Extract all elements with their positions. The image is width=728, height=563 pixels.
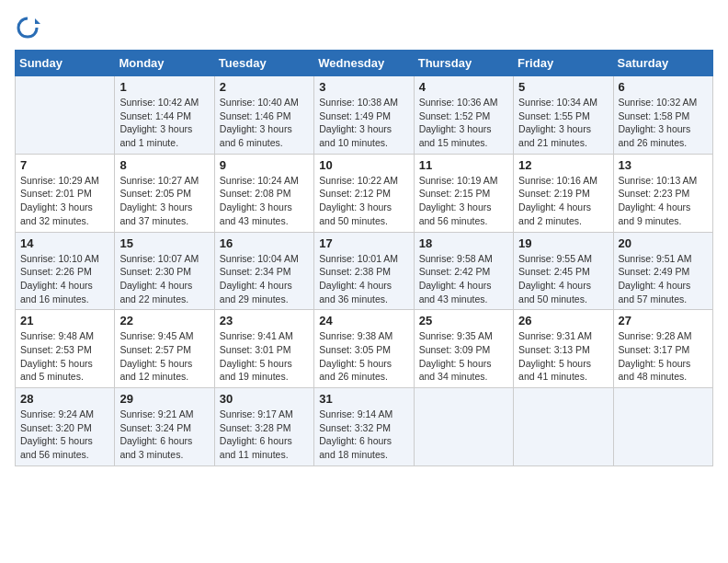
calendar-cell: 13Sunrise: 10:13 AM Sunset: 2:23 PM Dayl… bbox=[613, 154, 712, 232]
calendar-cell: 20Sunrise: 9:51 AM Sunset: 2:49 PM Dayli… bbox=[613, 232, 712, 310]
calendar-cell: 6Sunrise: 10:32 AM Sunset: 1:58 PM Dayli… bbox=[613, 76, 712, 155]
col-header-friday: Friday bbox=[514, 51, 613, 76]
calendar-cell: 30Sunrise: 9:17 AM Sunset: 3:28 PM Dayli… bbox=[214, 388, 313, 466]
calendar-cell: 5Sunrise: 10:34 AM Sunset: 1:55 PM Dayli… bbox=[514, 76, 613, 155]
day-info: Sunrise: 9:41 AM Sunset: 3:01 PM Dayligh… bbox=[220, 329, 309, 384]
calendar-cell: 25Sunrise: 9:35 AM Sunset: 3:09 PM Dayli… bbox=[414, 310, 513, 388]
day-info: Sunrise: 10:32 AM Sunset: 1:58 PM Daylig… bbox=[619, 96, 708, 150]
calendar-week-4: 21Sunrise: 9:48 AM Sunset: 2:53 PM Dayli… bbox=[16, 310, 713, 388]
calendar-cell: 17Sunrise: 10:01 AM Sunset: 2:38 PM Dayl… bbox=[314, 232, 414, 310]
day-number: 30 bbox=[220, 392, 309, 406]
day-number: 21 bbox=[20, 314, 109, 327]
calendar-cell bbox=[613, 388, 712, 466]
calendar-cell: 1Sunrise: 10:42 AM Sunset: 1:44 PM Dayli… bbox=[115, 76, 214, 155]
calendar-cell: 12Sunrise: 10:16 AM Sunset: 2:19 PM Dayl… bbox=[514, 154, 613, 232]
calendar-cell: 3Sunrise: 10:38 AM Sunset: 1:49 PM Dayli… bbox=[314, 76, 414, 155]
day-number: 29 bbox=[119, 392, 209, 406]
day-info: Sunrise: 9:21 AM Sunset: 3:24 PM Dayligh… bbox=[119, 408, 209, 462]
day-info: Sunrise: 9:31 AM Sunset: 3:13 PM Dayligh… bbox=[518, 329, 608, 384]
calendar-cell: 29Sunrise: 9:21 AM Sunset: 3:24 PM Dayli… bbox=[115, 388, 214, 466]
col-header-wednesday: Wednesday bbox=[314, 51, 414, 76]
day-number: 31 bbox=[319, 392, 408, 406]
day-number: 4 bbox=[419, 80, 508, 94]
logo bbox=[15, 15, 44, 40]
calendar-cell: 27Sunrise: 9:28 AM Sunset: 3:17 PM Dayli… bbox=[613, 310, 712, 388]
day-info: Sunrise: 10:16 AM Sunset: 2:19 PM Daylig… bbox=[518, 174, 608, 228]
day-number: 6 bbox=[619, 80, 708, 94]
day-number: 24 bbox=[319, 314, 408, 327]
day-number: 16 bbox=[220, 236, 309, 250]
day-number: 23 bbox=[220, 314, 309, 327]
day-info: Sunrise: 10:01 AM Sunset: 2:38 PM Daylig… bbox=[319, 252, 408, 306]
day-number: 9 bbox=[220, 158, 309, 172]
calendar-cell bbox=[514, 388, 613, 466]
calendar-cell: 11Sunrise: 10:19 AM Sunset: 2:15 PM Dayl… bbox=[414, 154, 513, 232]
day-info: Sunrise: 10:19 AM Sunset: 2:15 PM Daylig… bbox=[419, 174, 508, 228]
day-number: 3 bbox=[319, 80, 408, 94]
day-number: 17 bbox=[319, 236, 408, 250]
calendar-week-3: 14Sunrise: 10:10 AM Sunset: 2:26 PM Dayl… bbox=[16, 232, 713, 310]
day-info: Sunrise: 9:55 AM Sunset: 2:45 PM Dayligh… bbox=[518, 252, 608, 306]
day-number: 14 bbox=[20, 236, 109, 250]
calendar-cell: 23Sunrise: 9:41 AM Sunset: 3:01 PM Dayli… bbox=[214, 310, 313, 388]
day-info: Sunrise: 10:42 AM Sunset: 1:44 PM Daylig… bbox=[119, 96, 209, 150]
day-number: 19 bbox=[518, 236, 608, 250]
day-number: 5 bbox=[518, 80, 608, 94]
day-info: Sunrise: 10:07 AM Sunset: 2:30 PM Daylig… bbox=[119, 252, 209, 306]
day-info: Sunrise: 10:36 AM Sunset: 1:52 PM Daylig… bbox=[419, 96, 508, 150]
col-header-thursday: Thursday bbox=[414, 51, 513, 76]
day-number: 10 bbox=[319, 158, 408, 172]
day-info: Sunrise: 10:13 AM Sunset: 2:23 PM Daylig… bbox=[619, 174, 708, 228]
calendar-cell: 19Sunrise: 9:55 AM Sunset: 2:45 PM Dayli… bbox=[514, 232, 613, 310]
day-info: Sunrise: 9:35 AM Sunset: 3:09 PM Dayligh… bbox=[419, 329, 508, 384]
col-header-saturday: Saturday bbox=[613, 51, 712, 76]
calendar-cell: 31Sunrise: 9:14 AM Sunset: 3:32 PM Dayli… bbox=[314, 388, 414, 466]
day-info: Sunrise: 10:38 AM Sunset: 1:49 PM Daylig… bbox=[319, 96, 408, 150]
page-header bbox=[15, 15, 713, 40]
col-header-tuesday: Tuesday bbox=[214, 51, 313, 76]
logo-icon bbox=[15, 15, 40, 40]
day-number: 13 bbox=[619, 158, 708, 172]
day-number: 18 bbox=[419, 236, 508, 250]
calendar-cell: 26Sunrise: 9:31 AM Sunset: 3:13 PM Dayli… bbox=[514, 310, 613, 388]
day-info: Sunrise: 9:17 AM Sunset: 3:28 PM Dayligh… bbox=[220, 408, 309, 462]
day-info: Sunrise: 9:28 AM Sunset: 3:17 PM Dayligh… bbox=[619, 329, 708, 384]
calendar-cell: 10Sunrise: 10:22 AM Sunset: 2:12 PM Dayl… bbox=[314, 154, 414, 232]
day-info: Sunrise: 10:10 AM Sunset: 2:26 PM Daylig… bbox=[20, 252, 109, 306]
col-header-monday: Monday bbox=[115, 51, 214, 76]
day-number: 7 bbox=[20, 158, 109, 172]
day-info: Sunrise: 10:29 AM Sunset: 2:01 PM Daylig… bbox=[20, 174, 109, 228]
day-number: 2 bbox=[220, 80, 309, 94]
day-number: 26 bbox=[518, 314, 608, 327]
day-info: Sunrise: 9:24 AM Sunset: 3:20 PM Dayligh… bbox=[20, 408, 109, 462]
calendar-cell: 28Sunrise: 9:24 AM Sunset: 3:20 PM Dayli… bbox=[16, 388, 115, 466]
calendar-cell: 2Sunrise: 10:40 AM Sunset: 1:46 PM Dayli… bbox=[214, 76, 313, 155]
day-number: 25 bbox=[419, 314, 508, 327]
svg-marker-0 bbox=[35, 18, 40, 24]
calendar-week-1: 1Sunrise: 10:42 AM Sunset: 1:44 PM Dayli… bbox=[16, 76, 713, 155]
calendar-cell: 21Sunrise: 9:48 AM Sunset: 2:53 PM Dayli… bbox=[16, 310, 115, 388]
calendar-cell: 22Sunrise: 9:45 AM Sunset: 2:57 PM Dayli… bbox=[115, 310, 214, 388]
col-header-sunday: Sunday bbox=[16, 51, 115, 76]
day-number: 1 bbox=[119, 80, 209, 94]
calendar-cell bbox=[16, 76, 115, 155]
day-number: 27 bbox=[619, 314, 708, 327]
calendar-cell: 14Sunrise: 10:10 AM Sunset: 2:26 PM Dayl… bbox=[16, 232, 115, 310]
day-info: Sunrise: 9:51 AM Sunset: 2:49 PM Dayligh… bbox=[619, 252, 708, 306]
day-number: 8 bbox=[119, 158, 209, 172]
day-number: 22 bbox=[119, 314, 209, 327]
day-info: Sunrise: 10:34 AM Sunset: 1:55 PM Daylig… bbox=[518, 96, 608, 150]
calendar-week-2: 7Sunrise: 10:29 AM Sunset: 2:01 PM Dayli… bbox=[16, 154, 713, 232]
calendar-cell: 9Sunrise: 10:24 AM Sunset: 2:08 PM Dayli… bbox=[214, 154, 313, 232]
day-info: Sunrise: 10:04 AM Sunset: 2:34 PM Daylig… bbox=[220, 252, 309, 306]
day-info: Sunrise: 9:14 AM Sunset: 3:32 PM Dayligh… bbox=[319, 408, 408, 462]
calendar-week-5: 28Sunrise: 9:24 AM Sunset: 3:20 PM Dayli… bbox=[16, 388, 713, 466]
day-number: 12 bbox=[518, 158, 608, 172]
calendar-header-row: SundayMondayTuesdayWednesdayThursdayFrid… bbox=[16, 51, 713, 76]
calendar-cell: 8Sunrise: 10:27 AM Sunset: 2:05 PM Dayli… bbox=[115, 154, 214, 232]
calendar-cell: 18Sunrise: 9:58 AM Sunset: 2:42 PM Dayli… bbox=[414, 232, 513, 310]
calendar-cell bbox=[414, 388, 513, 466]
day-info: Sunrise: 10:24 AM Sunset: 2:08 PM Daylig… bbox=[220, 174, 309, 228]
calendar-table: SundayMondayTuesdayWednesdayThursdayFrid… bbox=[15, 50, 713, 466]
calendar-cell: 16Sunrise: 10:04 AM Sunset: 2:34 PM Dayl… bbox=[214, 232, 313, 310]
